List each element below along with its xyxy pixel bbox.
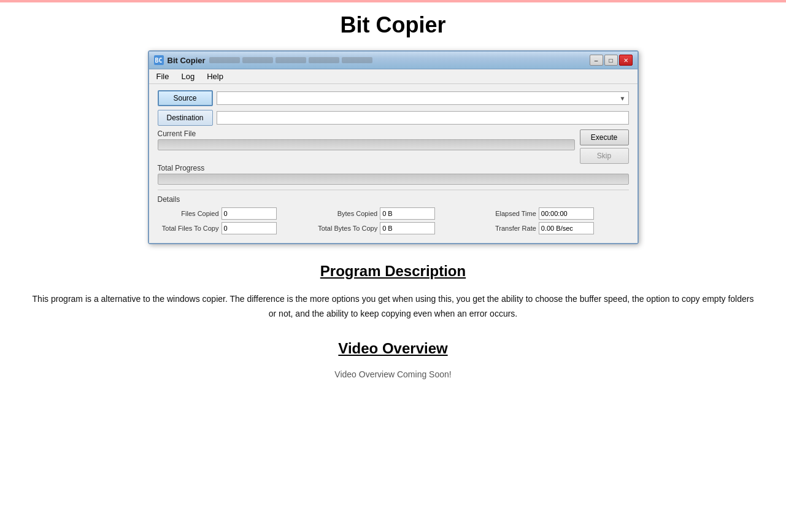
current-file-area: Current File Execute Skip (158, 129, 629, 164)
bytes-copied-label: Bytes Copied (316, 210, 377, 217)
files-copied-item: Files Copied 0 (158, 207, 312, 220)
menu-file[interactable]: File (154, 71, 172, 82)
total-bytes-value: 0 B (380, 222, 435, 234)
menubar: File Log Help (149, 69, 638, 84)
program-description-body: This program is a alternative to the win… (18, 292, 768, 322)
total-files-item: Total Files To Copy 0 (158, 222, 312, 234)
elapsed-time-item: Elapsed Time 00:00:00 (475, 207, 629, 220)
skip-button[interactable]: Skip (580, 148, 629, 164)
transfer-rate-value: 0.00 B/sec (539, 222, 594, 234)
execute-skip-area: Execute Skip (580, 129, 629, 164)
destination-input[interactable] (217, 111, 629, 125)
current-file-section: Current File (158, 129, 575, 150)
files-copied-label: Files Copied (158, 210, 219, 217)
minimize-button[interactable]: – (590, 55, 603, 66)
current-file-bar (158, 139, 575, 150)
details-section: Details Files Copied 0 Bytes Copied 0 B … (158, 190, 629, 234)
total-files-value: 0 (222, 222, 277, 234)
video-overview-heading: Video Overview (18, 340, 768, 357)
total-progress-label: Total Progress (158, 164, 629, 172)
destination-row: Destination (158, 110, 629, 126)
maximize-button[interactable]: □ (604, 55, 618, 66)
app-window: BC Bit Copier – □ ✕ File Log Help (148, 50, 639, 244)
bytes-copied-item: Bytes Copied 0 B (316, 207, 470, 220)
total-bytes-item: Total Bytes To Copy 0 B (316, 222, 470, 234)
program-description-heading: Program Description (18, 263, 768, 280)
elapsed-time-value: 00:00:00 (539, 207, 594, 220)
window-title: Bit Copier (168, 56, 206, 65)
app-icon: BC (154, 55, 164, 65)
details-grid: Files Copied 0 Bytes Copied 0 B Elapsed … (158, 207, 629, 234)
total-bytes-label: Total Bytes To Copy (316, 225, 377, 232)
files-copied-value: 0 (222, 207, 277, 220)
current-file-label: Current File (158, 129, 575, 138)
execute-button[interactable]: Execute (580, 129, 629, 145)
page-title: Bit Copier (18, 12, 768, 38)
source-dropdown[interactable]: ▼ (217, 91, 629, 105)
source-button[interactable]: Source (158, 90, 213, 106)
destination-button[interactable]: Destination (158, 110, 213, 126)
total-progress-section: Total Progress (158, 164, 629, 185)
window-titlebar: BC Bit Copier – □ ✕ (149, 52, 638, 69)
window-content: Source ▼ Destination Current File (149, 84, 638, 243)
elapsed-time-label: Elapsed Time (475, 210, 536, 217)
menu-help[interactable]: Help (204, 71, 226, 82)
close-button[interactable]: ✕ (619, 55, 633, 66)
bytes-copied-value: 0 B (380, 207, 435, 220)
transfer-rate-label: Transfer Rate (475, 225, 536, 232)
video-coming-soon-text: Video Overview Coming Soon! (18, 369, 768, 379)
total-progress-bar (158, 174, 629, 185)
menu-log[interactable]: Log (179, 71, 197, 82)
source-row: Source ▼ (158, 90, 629, 106)
details-label: Details (158, 195, 629, 204)
dropdown-arrow-icon: ▼ (620, 95, 626, 102)
app-window-container: BC Bit Copier – □ ✕ File Log Help (18, 50, 768, 244)
total-files-label: Total Files To Copy (158, 225, 219, 232)
transfer-rate-item: Transfer Rate 0.00 B/sec (475, 222, 629, 234)
